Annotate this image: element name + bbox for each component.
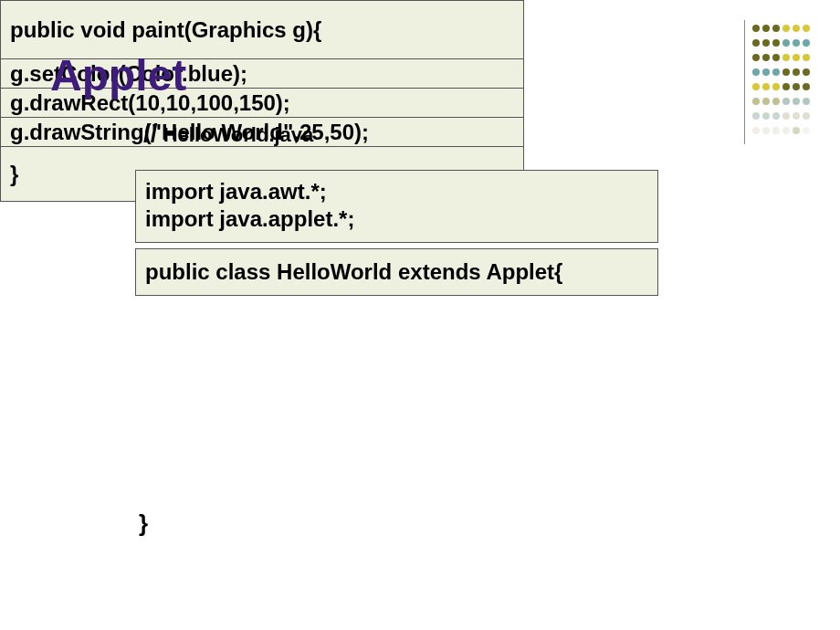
svg-point-28 [793,83,800,90]
decorative-dots [751,23,814,142]
svg-point-42 [752,127,760,134]
svg-point-32 [772,98,780,105]
svg-point-35 [803,98,810,105]
svg-point-7 [762,39,770,47]
svg-point-19 [762,68,770,76]
svg-point-3 [782,25,790,32]
svg-point-21 [782,68,790,76]
svg-point-9 [782,39,790,47]
svg-point-30 [752,98,760,105]
svg-point-22 [793,68,800,76]
svg-point-39 [782,112,790,120]
import-applet-line: import java.applet.*; [145,205,648,233]
svg-point-40 [793,112,800,120]
comment-line: // HelloWorld.java [143,119,313,148]
divider-line [744,20,745,144]
svg-point-13 [762,54,770,61]
svg-point-45 [782,127,790,134]
import-awt-line: import java.awt.*; [145,178,648,205]
svg-point-33 [782,98,790,105]
svg-point-29 [803,83,810,90]
outer-closing-brace: } [139,509,148,538]
svg-point-8 [772,39,780,47]
svg-point-46 [793,127,800,134]
svg-point-10 [793,39,800,47]
svg-point-44 [772,127,780,134]
svg-point-23 [803,68,810,76]
svg-point-38 [772,112,780,120]
code-box-class-header: public class HelloWorld extends Applet{ [135,248,658,296]
svg-point-25 [762,83,770,90]
svg-point-6 [752,39,760,47]
class-declaration-line: public class HelloWorld extends Applet{ [145,258,648,286]
svg-point-41 [803,112,810,120]
svg-point-1 [762,25,770,32]
svg-point-36 [752,112,760,120]
svg-point-31 [762,98,770,105]
svg-point-17 [803,54,810,61]
svg-point-37 [762,112,770,120]
svg-point-2 [772,25,780,32]
page-title: Applet [50,50,186,100]
svg-point-24 [752,83,760,90]
svg-point-0 [752,25,760,32]
svg-point-18 [752,68,760,76]
comment-filename: HelloWorld.java [158,123,314,146]
code-box-imports: import java.awt.*; import java.applet.*; [135,170,658,243]
svg-point-20 [772,68,780,76]
svg-point-34 [793,98,800,105]
svg-point-14 [772,54,780,61]
svg-point-4 [793,25,800,32]
svg-point-12 [752,54,760,61]
svg-point-26 [772,83,780,90]
svg-point-11 [803,39,810,47]
svg-point-47 [803,127,810,134]
svg-point-43 [762,127,770,134]
svg-point-5 [803,25,810,32]
svg-point-27 [782,83,790,90]
comment-slashes: // [143,119,158,147]
svg-point-15 [782,54,790,61]
svg-point-16 [793,54,800,61]
